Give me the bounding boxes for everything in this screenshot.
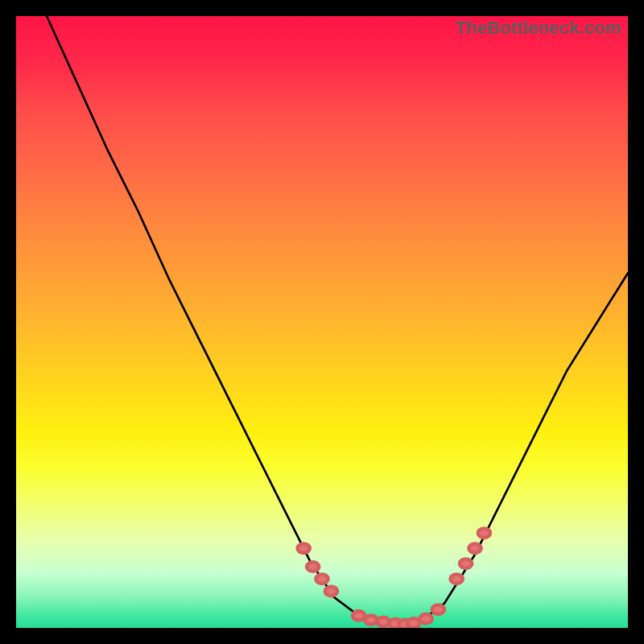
data-point-marker [420, 614, 432, 623]
data-point-marker [478, 529, 490, 538]
data-point-marker [469, 544, 481, 553]
plot-area: TheBottleneck.com [16, 16, 628, 628]
data-point-marker [353, 611, 365, 620]
bottleneck-curve [47, 16, 628, 625]
data-point-marker [298, 544, 310, 553]
chart-svg [16, 16, 628, 628]
data-point-marker [316, 575, 328, 584]
data-point-marker [460, 559, 472, 568]
data-point-marker [407, 618, 419, 627]
data-point-marker [432, 605, 444, 614]
data-point-marker [451, 575, 463, 584]
chart-frame: TheBottleneck.com [0, 0, 644, 644]
data-point-marker [377, 617, 389, 626]
data-point-marker [325, 587, 337, 596]
data-point-marker [365, 615, 377, 624]
markers-group [298, 529, 490, 629]
data-point-marker [307, 562, 319, 571]
